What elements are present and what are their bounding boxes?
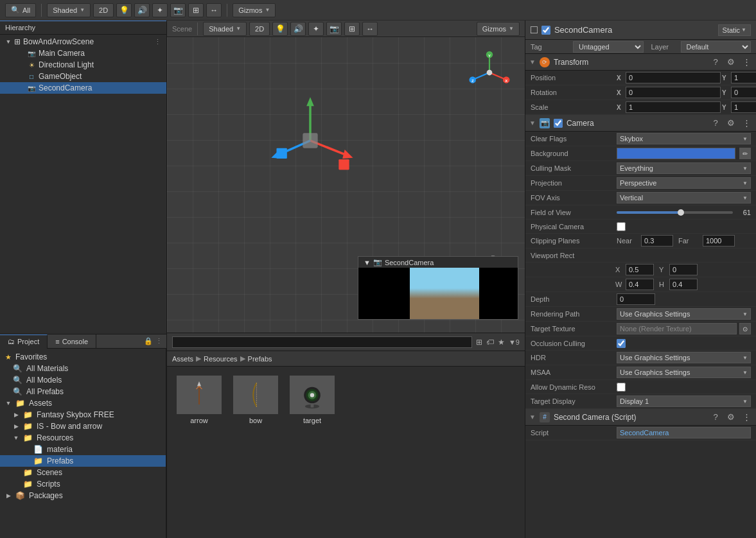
scene-cam-btn[interactable]: 📷 <box>326 22 342 36</box>
script-component-header[interactable]: ▼ # Second Camera (Script) ? ⚙ ⋮ <box>525 409 756 426</box>
scene-options[interactable]: ⋮ <box>154 38 161 46</box>
rotation-x-input[interactable] <box>626 87 721 98</box>
camera-help-btn[interactable]: ? <box>710 117 721 129</box>
fov-slider-thumb[interactable] <box>678 209 684 216</box>
vp-w-input[interactable] <box>626 279 654 290</box>
scene-view[interactable]: Y X Z < Persp ▼ 📷 Se <box>167 37 525 333</box>
favorites-header[interactable]: ★ Favorites <box>0 351 166 363</box>
transform-component-header[interactable]: ▼ ⟳ Transform ? ⚙ ⋮ <box>525 54 756 71</box>
scene-light-btn[interactable]: 💡 <box>272 22 288 36</box>
rendering-path-dropdown[interactable]: Use Graphics Settings ▼ <box>617 308 751 320</box>
camera-settings-btn[interactable]: ⚙ <box>725 117 737 129</box>
materia-item[interactable]: 📄 materia <box>0 444 166 455</box>
script-help-btn[interactable]: ? <box>710 412 721 423</box>
project-search-input[interactable] <box>172 336 472 348</box>
vp-y-input[interactable] <box>669 264 698 275</box>
script-menu-btn[interactable]: ⋮ <box>741 412 752 423</box>
gizmos-btn[interactable]: Gizmos ▼ <box>233 3 276 17</box>
lock-icon[interactable]: 🔒 <box>144 337 153 345</box>
prefabs-item[interactable]: 📁 Prefabs <box>0 455 166 467</box>
occlusion-culling-checkbox[interactable] <box>617 339 626 348</box>
asset-target[interactable]: target <box>286 373 338 532</box>
2d-toggle[interactable]: 2D <box>93 3 114 17</box>
fov-axis-dropdown[interactable]: Vertical ▼ <box>617 192 751 204</box>
scene-camera-btn[interactable]: 📷 <box>170 3 186 17</box>
transform-menu-btn[interactable]: ⋮ <box>741 56 752 68</box>
hierarchy-item-gameobject[interactable]: □ GameObject <box>0 71 166 82</box>
camera-component-header[interactable]: ▼ 📷 Camera ? ⚙ ⋮ <box>525 115 756 132</box>
transform-help-btn[interactable]: ? <box>710 56 721 68</box>
tag-select[interactable]: Untagged <box>573 41 644 53</box>
msaa-dropdown[interactable]: Use Graphics Settings ▼ <box>617 367 751 378</box>
script-settings-btn[interactable]: ⚙ <box>725 412 737 423</box>
fx-btn[interactable]: ✦ <box>152 3 168 17</box>
asset-bow[interactable]: bow <box>230 373 281 532</box>
audio-btn[interactable]: 🔊 <box>134 3 150 17</box>
hdr-dropdown[interactable]: Use Graphics Settings ▼ <box>617 352 751 363</box>
scene-move-btn[interactable]: ↔ <box>362 22 378 36</box>
packages-header[interactable]: ▶ 📦 Packages <box>0 490 166 501</box>
lighting-btn[interactable]: 💡 <box>116 3 132 17</box>
assets-header[interactable]: ▼ 📁 Assets <box>0 397 166 409</box>
search-filter-icon[interactable]: ⊞ <box>476 338 482 347</box>
vp-x-input[interactable] <box>626 264 654 275</box>
allow-dynamic-checkbox[interactable] <box>617 383 626 392</box>
breadcrumb-assets[interactable]: Assets <box>172 355 193 363</box>
object-active-checkbox[interactable] <box>541 26 550 35</box>
texture-picker-btn[interactable]: ⊙ <box>739 323 751 334</box>
breadcrumb-resources[interactable]: Resources <box>204 355 238 363</box>
breadcrumb-prefabs[interactable]: Prefabs <box>248 355 272 363</box>
depth-input[interactable] <box>617 293 655 305</box>
all-prefabs-item[interactable]: 🔍 All Prefabs <box>0 386 166 397</box>
layer-select[interactable]: Default <box>681 41 752 53</box>
fov-slider-track[interactable] <box>617 211 733 214</box>
panel-options-icon[interactable]: ⋮ <box>155 337 163 345</box>
transform-settings-btn[interactable]: ⚙ <box>725 56 737 68</box>
static-btn[interactable]: Static ▼ <box>718 24 751 36</box>
clear-flags-dropdown[interactable]: Skybox ▼ <box>617 133 751 144</box>
vp-h-input[interactable] <box>669 279 698 290</box>
all-materials-item[interactable]: 🔍 All Materials <box>0 363 166 374</box>
resources-item[interactable]: ▼ 📁 Resources <box>0 432 166 444</box>
2d-scene-btn[interactable]: 2D <box>249 22 270 36</box>
is-bow-item[interactable]: ▶ 📁 IS - Bow and arrow <box>0 421 166 432</box>
scripts-item[interactable]: 📁 Scripts <box>0 478 166 490</box>
console-tab[interactable]: ≡ Console <box>48 334 96 349</box>
scale-x-input[interactable] <box>626 101 721 113</box>
camera-menu-btn[interactable]: ⋮ <box>741 117 752 129</box>
tag-filter-icon[interactable]: 🏷 <box>486 338 494 347</box>
culling-mask-dropdown[interactable]: Everything ▼ <box>617 162 751 174</box>
projection-dropdown[interactable]: Perspective ▼ <box>617 177 751 189</box>
position-y-input[interactable] <box>731 72 756 83</box>
scale-y-input[interactable] <box>731 101 756 113</box>
shading-dropdown[interactable]: Shaded ▼ <box>47 3 91 17</box>
search-all-btn[interactable]: 🔍 All <box>5 3 36 17</box>
physical-camera-checkbox[interactable] <box>617 222 626 231</box>
hierarchy-scene-root[interactable]: ▼ ⊞ BowAndArrowScene ⋮ <box>0 36 166 48</box>
all-models-item[interactable]: 🔍 All Models <box>0 374 166 386</box>
hierarchy-item-directional-light[interactable]: ☀ Directional Light <box>0 59 166 71</box>
far-input[interactable] <box>703 235 735 247</box>
rotation-y-input[interactable] <box>731 87 756 98</box>
scene-audio-btn[interactable]: 🔊 <box>290 22 306 36</box>
move-tool[interactable]: ↔ <box>206 3 222 17</box>
hierarchy-item-main-camera[interactable]: 📷 Main Camera <box>0 48 166 59</box>
asset-arrow[interactable]: arrow <box>173 373 225 532</box>
camera-enabled-checkbox[interactable] <box>554 119 563 128</box>
background-color[interactable] <box>617 148 735 159</box>
fantasy-skybox-item[interactable]: ▶ 📁 Fantasy Skybox FREE <box>0 409 166 421</box>
hierarchy-tab[interactable]: Hierarchy <box>0 21 166 35</box>
gizmos-scene-btn[interactable]: Gizmos ▼ <box>477 22 520 36</box>
position-x-input[interactable] <box>626 72 721 83</box>
color-picker-btn[interactable]: ✏ <box>739 148 751 159</box>
scene-grid-btn2[interactable]: ⊞ <box>344 22 360 36</box>
hierarchy-item-second-camera[interactable]: 📷 SecondCamera <box>0 82 166 94</box>
scenes-item[interactable]: 📁 Scenes <box>0 467 166 478</box>
project-tab[interactable]: 🗂 Project <box>0 334 48 349</box>
shaded-btn[interactable]: Shaded ▼ <box>203 22 247 36</box>
near-input[interactable] <box>641 235 673 247</box>
favorite-filter-icon[interactable]: ★ <box>498 338 505 347</box>
target-display-dropdown[interactable]: Display 1 ▼ <box>617 395 751 407</box>
scene-fx-btn[interactable]: ✦ <box>308 22 324 36</box>
grid-btn[interactable]: ⊞ <box>188 3 204 17</box>
